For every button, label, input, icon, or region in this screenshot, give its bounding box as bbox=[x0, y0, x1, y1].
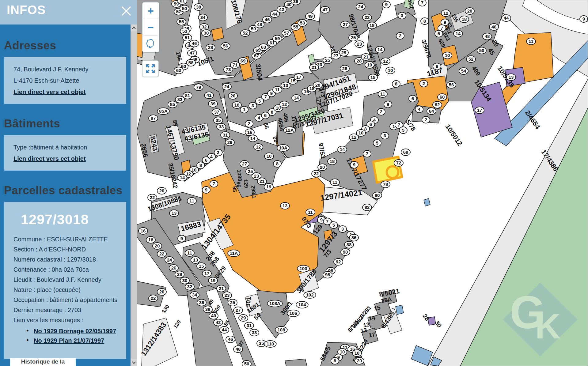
svg-text:48: 48 bbox=[485, 34, 490, 39]
section-heading-adresses: Adresses bbox=[4, 39, 131, 52]
scrollbar-up-icon[interactable] bbox=[131, 25, 137, 31]
svg-text:42: 42 bbox=[216, 320, 221, 325]
svg-text:73: 73 bbox=[226, 67, 231, 72]
svg-text:46: 46 bbox=[491, 24, 497, 29]
house-number-label: 108A bbox=[267, 300, 282, 307]
house-number-label: 20 bbox=[157, 187, 166, 194]
svg-text:11: 11 bbox=[332, 179, 337, 185]
svg-text:14: 14 bbox=[294, 95, 299, 100]
house-number-label: 22 bbox=[362, 14, 372, 21]
svg-text:19: 19 bbox=[266, 184, 271, 189]
close-icon[interactable] bbox=[119, 4, 133, 18]
house-number-label: 57 bbox=[282, 30, 291, 36]
luxembourg-extent-icon[interactable] bbox=[142, 36, 159, 52]
house-number-label: 11 bbox=[306, 209, 315, 216]
info-panel-body: Adresses 74, Boulevard J.F. Kennedy L-41… bbox=[0, 25, 131, 366]
svg-text:78: 78 bbox=[383, 182, 388, 187]
svg-text:40: 40 bbox=[286, 2, 292, 7]
house-number-label: 20 bbox=[313, 82, 322, 89]
parcel-detail-line: Contenance : 0ha 02a 70ca bbox=[13, 265, 123, 275]
svg-text:22: 22 bbox=[365, 15, 370, 20]
panel-title: INFOS bbox=[7, 3, 46, 17]
house-number-label: 36 bbox=[197, 299, 206, 306]
mesurage-link[interactable]: No 1929 Bornage 02/05/1997 bbox=[34, 328, 116, 334]
svg-text:2: 2 bbox=[217, 150, 219, 155]
scrollbar-thumb[interactable] bbox=[131, 31, 137, 359]
parcel-number-label: 1088 bbox=[236, 169, 243, 181]
svg-text:5: 5 bbox=[438, 31, 440, 36]
svg-text:10: 10 bbox=[276, 105, 281, 111]
svg-text:23: 23 bbox=[254, 173, 259, 179]
house-number-label: 20 bbox=[228, 92, 237, 99]
panel-scrollbar[interactable] bbox=[131, 25, 137, 366]
house-number-label: 19 bbox=[365, 62, 374, 68]
svg-text:47: 47 bbox=[190, 50, 195, 55]
house-number-label: 21 bbox=[309, 64, 319, 71]
address-direct-link[interactable]: Lien direct vers cet objet bbox=[13, 89, 86, 95]
svg-text:2: 2 bbox=[399, 33, 401, 38]
house-number-label: 25 bbox=[228, 299, 237, 306]
house-number-label: 27 bbox=[233, 307, 243, 314]
svg-text:100: 100 bbox=[299, 266, 307, 271]
svg-text:2: 2 bbox=[423, 81, 425, 86]
house-number-label: 32 bbox=[185, 283, 194, 290]
svg-text:82: 82 bbox=[365, 205, 370, 210]
svg-text:10: 10 bbox=[267, 153, 272, 159]
svg-text:98: 98 bbox=[325, 272, 330, 277]
house-number-label: 72 bbox=[394, 160, 403, 166]
building-direct-link[interactable]: Lien direct vers cet objet bbox=[13, 155, 86, 162]
svg-text:20: 20 bbox=[315, 82, 321, 88]
house-number-label: 11 bbox=[378, 91, 387, 97]
house-number-label: 42 bbox=[214, 319, 223, 326]
svg-text:3: 3 bbox=[341, 226, 344, 232]
cadastral-map[interactable]: G K 106/176105/13/5041461467/13790824326… bbox=[137, 0, 588, 366]
svg-text:12: 12 bbox=[256, 144, 261, 149]
svg-text:10: 10 bbox=[358, 130, 364, 135]
svg-text:63: 63 bbox=[261, 44, 266, 50]
house-number-label: 29 bbox=[225, 139, 234, 146]
house-number-label: 3 bbox=[398, 12, 406, 19]
house-number-label: 50 bbox=[242, 360, 251, 366]
svg-text:K: K bbox=[535, 307, 560, 346]
house-number-label: 54 bbox=[459, 68, 468, 74]
parcel-number-label: 129 bbox=[243, 179, 249, 188]
parcel-history-button[interactable]: Historique de la parcelle bbox=[10, 358, 76, 366]
parcel-number-label: 298/1 bbox=[250, 185, 257, 199]
svg-text:50: 50 bbox=[182, 6, 187, 11]
svg-text:13: 13 bbox=[283, 203, 288, 208]
house-number-label: 21 bbox=[361, 54, 370, 60]
svg-text:9: 9 bbox=[320, 217, 323, 222]
zoom-out-button[interactable]: − bbox=[142, 19, 159, 36]
house-number-label: 20 bbox=[355, 357, 364, 364]
zoom-in-button[interactable]: + bbox=[142, 2, 159, 19]
svg-text:50: 50 bbox=[251, 26, 256, 31]
svg-text:14: 14 bbox=[180, 175, 185, 180]
svg-text:81: 81 bbox=[185, 93, 190, 98]
house-number-label: 25 bbox=[323, 57, 332, 64]
section-heading-parcelles: Parcelles cadastrales bbox=[4, 184, 131, 197]
house-number-label: 5 bbox=[435, 30, 443, 37]
scrollbar-down-icon[interactable] bbox=[131, 359, 137, 366]
house-number-label: 7 bbox=[363, 150, 371, 157]
building-box: Type :bâtiment à habitation Lien direct … bbox=[4, 135, 126, 171]
svg-text:29: 29 bbox=[241, 315, 246, 320]
fullscreen-icon[interactable] bbox=[142, 60, 159, 77]
svg-text:55: 55 bbox=[179, 19, 184, 24]
svg-text:10A: 10A bbox=[279, 145, 287, 150]
house-number-label: 9 bbox=[384, 101, 392, 108]
svg-text:22: 22 bbox=[314, 171, 319, 176]
house-number-label: 2 bbox=[420, 80, 428, 87]
house-number-label: 12 bbox=[280, 101, 289, 108]
house-number-label: 24 bbox=[222, 83, 231, 90]
svg-text:44: 44 bbox=[272, 11, 278, 17]
svg-text:27: 27 bbox=[333, 53, 339, 58]
mesurage-link[interactable]: No 1929 Plan 21/07/1997 bbox=[34, 337, 104, 344]
house-number-label: 46 bbox=[226, 336, 235, 343]
house-number-label: 18 bbox=[460, 16, 469, 23]
svg-text:85A: 85A bbox=[159, 108, 168, 114]
house-number-label: 6 bbox=[433, 63, 441, 70]
house-number-label: 52 bbox=[241, 30, 250, 36]
house-number-label: 17 bbox=[294, 74, 303, 81]
svg-text:7: 7 bbox=[264, 94, 267, 99]
svg-text:21: 21 bbox=[363, 54, 369, 59]
